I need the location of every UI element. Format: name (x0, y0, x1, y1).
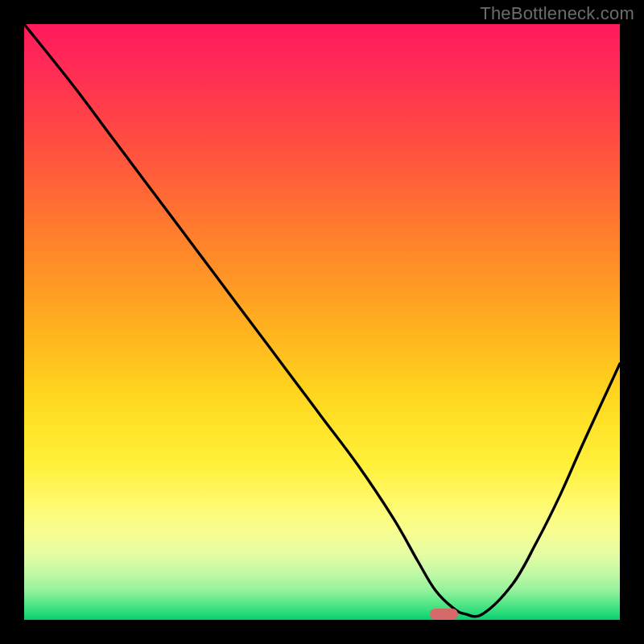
curve-layer (24, 24, 620, 620)
chart-frame: TheBottleneck.com (0, 0, 644, 644)
plot-area (24, 24, 620, 620)
optimum-marker (430, 609, 459, 620)
bottleneck-curve (24, 24, 620, 617)
watermark-text: TheBottleneck.com (480, 3, 634, 24)
